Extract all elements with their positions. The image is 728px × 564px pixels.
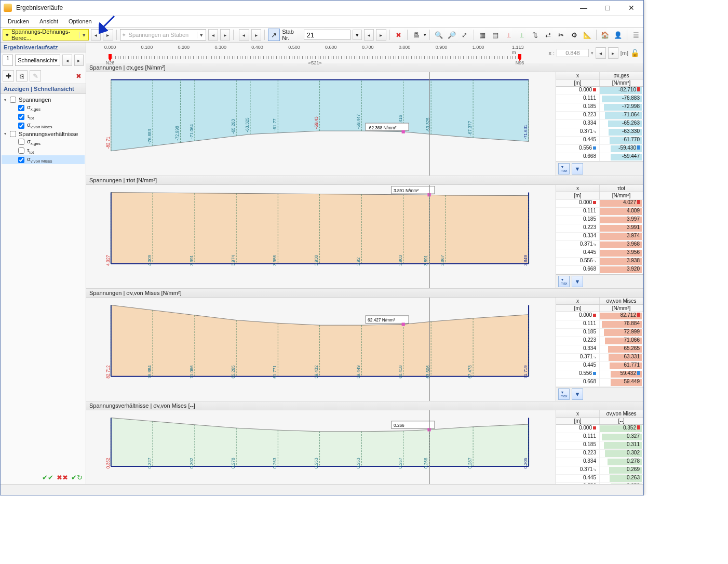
next-result-button[interactable]: ▸ [103,29,113,41]
edit-icon[interactable]: ✎ [30,70,41,82]
set-index[interactable]: 1 [3,55,13,66]
tool-9-icon[interactable]: 📐 [582,29,592,41]
x-ruler[interactable]: 0.0000.1000.2000.3000.4000.5000.6000.700… [89,43,535,63]
table-row[interactable]: 0.371¹₃-63.330 [556,128,643,137]
table-row[interactable]: 0.0004.027 [556,199,643,208]
table-row[interactable]: 0.55659.432 [556,370,643,379]
x-prev-button[interactable]: ◂ [596,47,606,59]
tree-node-r-tau-tot[interactable]: τtot [2,146,85,155]
table-row[interactable]: 0.22371.066 [556,337,643,345]
table-row[interactable]: 0.2233.991 [556,224,643,233]
tool-1-icon[interactable]: ▦ [477,29,488,41]
table-row[interactable]: 0.0000.352 [556,425,643,433]
table-row[interactable]: 0.371¹₃63.331 [556,354,643,362]
tool-4-icon[interactable]: ⟂ [516,29,527,41]
tool-6-icon[interactable]: ⇄ [543,29,554,41]
table-row[interactable]: 0.556-59.430 [556,145,643,153]
tool-12-icon[interactable]: ☰ [630,29,641,41]
tree-node-spannungen[interactable]: ▾Spannungen [2,96,85,103]
filter-icon[interactable]: ▼ [572,388,583,400]
table-row[interactable]: 0.4453.956 [556,249,643,258]
table-row[interactable]: 0.3343.974 [556,233,643,241]
chart-canvas[interactable]: 0.3520.3270.3020.2780.2630.2530.2530.257… [86,410,556,484]
delete-icon[interactable]: ✖ [393,29,404,41]
zoom-out-icon[interactable]: 🔎 [446,29,457,41]
uncheck-all-icon[interactable]: ✖✖ [57,472,68,483]
zoom-in-icon[interactable]: 🔍 [433,29,444,41]
result-type-combo[interactable]: ✦ Spannungs-Dehnungs-Berec... ▾ [3,29,89,41]
prev-sp-button[interactable]: ◂ [208,29,218,41]
tool-8-icon[interactable]: ⚙ [569,29,579,41]
table-row[interactable]: 0.1853.997 [556,216,643,224]
tree-node-tau-tot[interactable]: τtot [2,112,85,121]
table-row[interactable]: 0.371¹₃0.269 [556,466,643,475]
tree-node-ratios[interactable]: ▾Spannungsverhältnisse [2,130,85,138]
view-combo[interactable]: Schnellansicht▾ [15,55,60,66]
table-row[interactable]: 0.111-76.883 [556,95,643,103]
menu-optionen[interactable]: Optionen [63,17,97,26]
tree-node-r-sigma-xges[interactable]: σx,ges [2,138,85,146]
select-member-icon[interactable]: ↗ [268,29,280,41]
minimize-button[interactable]: ― [572,1,596,15]
prev-member-button[interactable]: ◂ [239,29,249,41]
table-row[interactable]: 0.44561.771 [556,362,643,370]
filter-max-icon[interactable]: ▼max [558,163,570,174]
filter-icon[interactable]: ▼ [572,163,583,174]
view-next-button[interactable]: ▸ [74,55,84,66]
menu-drucken[interactable]: Drucken [3,17,34,26]
tree-node-sigma-vm[interactable]: σv,von Mises [2,121,85,130]
print-icon[interactable]: 🖶 [411,29,422,41]
tool-5-icon[interactable]: ⇅ [529,29,540,41]
tool-3-icon[interactable]: ⟂ [503,29,514,41]
table-row[interactable]: 0.6683.920 [556,266,643,274]
copy-icon[interactable]: ⎘ [16,70,28,82]
tool-7-icon[interactable]: ✂ [556,29,567,41]
table-row[interactable]: 0.11176.884 [556,320,643,329]
filter-max-icon[interactable]: ▼max [558,388,570,400]
table-row[interactable]: 0.66859.449 [556,379,643,387]
toggle-icon[interactable]: ✔↻ [71,472,83,483]
tree-node-r-sigma-vm[interactable]: σv,von Mises [2,155,85,164]
table-row[interactable]: 0.5560.253 [556,483,643,484]
prev-result-button[interactable]: ◂ [91,29,101,41]
new-icon[interactable]: ✚ [3,70,14,82]
next-sp-button[interactable]: ▸ [220,29,230,41]
table-row[interactable]: 0.445-61.770 [556,137,643,145]
chart-canvas[interactable]: -82.71-76.883-72.998-71.064-65.263-63.32… [86,72,556,176]
delete-set-icon[interactable]: ✖ [73,71,84,81]
filter-max-icon[interactable]: ▼max [558,276,570,287]
maximize-button[interactable]: □ [596,1,619,15]
view-prev-button[interactable]: ◂ [62,55,72,66]
table-row[interactable]: 0.3340.278 [556,458,643,466]
tool-10-icon[interactable]: 🏠 [600,29,611,41]
table-row[interactable]: 0.4450.263 [556,475,643,483]
menu-ansicht[interactable]: Ansicht [34,17,63,26]
table-row[interactable]: 0.371¹₃3.968 [556,241,643,249]
table-row[interactable]: 0.334-65.263 [556,120,643,128]
member-prev-button[interactable]: ◂ [364,29,374,41]
member-no-input[interactable] [304,30,350,40]
sp-members-combo[interactable]: ✦ Spannungen an Stäben ▾ [120,29,206,41]
table-row[interactable]: 0.33465.265 [556,345,643,354]
table-row[interactable]: 0.18572.999 [556,329,643,337]
table-row[interactable]: 0.1850.311 [556,441,643,450]
check-all-icon[interactable]: ✔✔ [42,472,53,483]
table-row[interactable]: 0.1110.327 [556,433,643,441]
member-dropdown-icon[interactable]: ▾ [353,30,361,40]
fit-icon[interactable]: ⤢ [459,29,470,41]
close-button[interactable]: ✕ [619,1,643,15]
table-row[interactable]: 0.668-59.447 [556,153,643,162]
chart-canvas[interactable]: 82.71276.88471.06665.26561.77159.43259.4… [86,298,556,401]
table-row[interactable]: 0.556¹₃3.938 [556,258,643,266]
member-next-button[interactable]: ▸ [376,29,386,41]
tool-2-icon[interactable]: ▤ [490,29,501,41]
table-row[interactable]: 0.185-72.998 [556,103,643,112]
chart-canvas[interactable]: 4.0274.0093.9913.9743.9563.9383.923.9033… [86,185,556,288]
table-row[interactable]: 0.000-82.710 [556,87,643,95]
table-row[interactable]: 0.2230.302 [556,450,643,458]
tree-node-sigma-xges[interactable]: σx,ges [2,103,85,112]
table-row[interactable]: 0.00082.712 [556,312,643,320]
table-row[interactable]: 0.1114.009 [556,208,643,216]
next-member-button[interactable]: ▸ [251,29,261,41]
x-next-button[interactable]: ▸ [608,47,618,59]
